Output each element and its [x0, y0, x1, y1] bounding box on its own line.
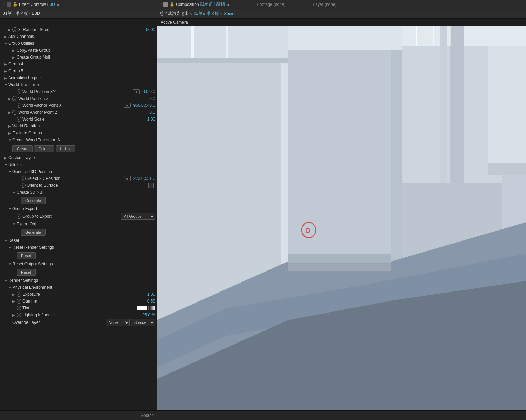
world-anchor-x-item[interactable]: ⏱ World Anchor Point X ⊕ 960.0,540.0	[0, 102, 157, 109]
world-pos-xy-icon: ⊕	[133, 89, 140, 94]
comp-breadcrumb: 总合成渲染输出 < 01单证书竖版 < Shine	[157, 9, 526, 18]
create-button[interactable]: Create	[12, 145, 33, 152]
svg-rect-24	[288, 254, 391, 263]
random-seed-stopwatch[interactable]: ⏱	[12, 27, 17, 32]
svg-rect-22	[450, 26, 464, 183]
exposure-item[interactable]: ⏱ Exposure 1.00	[0, 291, 157, 298]
unlink-button[interactable]: Unlink	[56, 145, 75, 152]
group-to-export-item[interactable]: ⏱ Group to Export All Groups	[0, 212, 157, 221]
world-anchor-z-item[interactable]: ⏱ World Anchor Point Z 0.0	[0, 109, 157, 116]
aux-channels-item[interactable]: Aux Channels	[0, 33, 157, 40]
breadcrumb-3[interactable]: Shine	[224, 11, 235, 16]
random-seed-value[interactable]: 5000	[146, 27, 155, 32]
generate-button-2[interactable]: Generate	[21, 229, 46, 236]
group-export-item[interactable]: Group Export	[0, 205, 157, 212]
world-pos-xy-item[interactable]: ⏱ World Position XY ⊕ 0.0,0.0	[0, 88, 157, 95]
generate-button-1[interactable]: Generate	[21, 197, 46, 204]
generate-3d-pos-item[interactable]: Generate 3D Position	[0, 168, 157, 175]
tint-stopwatch[interactable]: ⏱	[17, 306, 21, 310]
lighting-influence-item[interactable]: ⏱ Lighting Influence 25.0 %	[0, 311, 157, 318]
orient-surface-stopwatch[interactable]: ⏱	[21, 183, 26, 188]
comp-close-icon[interactable]: ✕	[159, 2, 162, 7]
world-scale-item[interactable]: ⏱ World Scale 1.00	[0, 116, 157, 123]
render-settings-label: Render Settings	[8, 278, 155, 283]
tint-white-swatch[interactable]	[137, 306, 147, 310]
group-utilities-item[interactable]: Group Utilities	[0, 40, 157, 47]
gamma-stopwatch[interactable]: ⏱	[17, 299, 21, 304]
world-rotation-item[interactable]: World Rotation	[0, 123, 157, 130]
custom-layers-label: Custom Layers	[8, 155, 155, 160]
override-layer-item[interactable]: Override Layer None Source	[0, 318, 157, 327]
panel-menu-icon[interactable]: ≡	[57, 2, 59, 7]
layer-name-bar: 01单证书竖版 • E3D	[0, 9, 157, 18]
world-anchor-z-value[interactable]: 0.0	[149, 110, 155, 115]
gamma-item[interactable]: ⏱ Gamma 0.58	[0, 298, 157, 305]
create-group-null-item[interactable]: Create Group Null	[0, 54, 157, 61]
world-anchor-x-value[interactable]: 960.0,540.0	[133, 103, 155, 108]
utilities-item[interactable]: Utilities	[0, 161, 157, 168]
gamma-value[interactable]: 0.58	[147, 299, 155, 304]
world-pos-z-item[interactable]: ⏱ World Position Z 0.0	[0, 95, 157, 102]
gamma-arrow	[12, 299, 17, 303]
group-to-export-select[interactable]: All Groups	[121, 213, 155, 220]
reset-button-1[interactable]: Reset	[17, 252, 36, 259]
world-pos-z-value[interactable]: 0.0	[149, 96, 155, 101]
select-2d-pos-stopwatch[interactable]: ⏱	[21, 176, 26, 181]
custom-layers-item[interactable]: Custom Layers	[0, 154, 157, 161]
world-anchor-z-arrow	[8, 111, 12, 114]
export-obj-arrow	[12, 222, 17, 226]
world-anchor-z-stopwatch[interactable]: ⏱	[12, 110, 17, 115]
select-2d-pos-value[interactable]: 273.0,551.0	[133, 176, 155, 181]
world-pos-xy-value[interactable]: 0.0,0.0	[142, 89, 155, 94]
create-3d-null-item[interactable]: Create 3D Null	[0, 189, 157, 196]
exposure-value[interactable]: 1.00	[147, 292, 155, 297]
orient-surface-item[interactable]: ⏱ Orient to Surface	[0, 182, 157, 189]
world-anchor-x-stopwatch[interactable]: ⏱	[17, 103, 21, 108]
animation-engine-item[interactable]: Animation Engine	[0, 74, 157, 81]
effect-controls-title: Effect Controls	[19, 2, 46, 7]
exposure-stopwatch[interactable]: ⏱	[17, 292, 21, 297]
world-pos-xy-stopwatch[interactable]: ⏱	[17, 89, 21, 94]
comp-menu-icon[interactable]: ≡	[227, 2, 229, 7]
physical-env-item[interactable]: Physical Environment	[0, 284, 157, 291]
reset-render-settings-item[interactable]: Reset Render Settings	[0, 244, 157, 251]
svg-rect-7	[157, 58, 288, 63]
random-seed-item[interactable]: ⏱ 3. Random Seed 5000	[0, 26, 157, 33]
orient-surface-checkbox[interactable]	[148, 183, 154, 188]
world-pos-z-stopwatch[interactable]: ⏱	[12, 96, 17, 101]
world-transform-item[interactable]: World Transform	[0, 81, 157, 88]
tint-gradient-swatch[interactable]	[148, 306, 155, 310]
exclude-groups-item[interactable]: Exclude Groups	[0, 130, 157, 136]
breadcrumb-2[interactable]: 01单证书竖版	[193, 11, 219, 17]
world-scale-stopwatch[interactable]: ⏱	[17, 117, 21, 122]
render-settings-item[interactable]: Render Settings	[0, 277, 157, 284]
select-2d-pos-item[interactable]: ⏱ Select 2D Position ⊕ 273.0,551.0	[0, 175, 157, 182]
export-obj-item[interactable]: Export Obj	[0, 221, 157, 227]
reset-item[interactable]: Reset	[0, 237, 157, 244]
tint-swatch[interactable]	[137, 306, 155, 310]
close-icon[interactable]: ✕	[2, 2, 5, 7]
create-world-transform-item[interactable]: Create World Transform N	[0, 136, 157, 143]
effect-controls-tab[interactable]: ✕ 🔒 Effect Controls E3D ≡	[0, 0, 157, 9]
group-to-export-stopwatch[interactable]: ⏱	[17, 214, 21, 219]
delete-button[interactable]: Delete	[34, 145, 54, 152]
world-scale-value[interactable]: 1.00	[147, 117, 155, 122]
svg-rect-21	[226, 26, 228, 58]
breadcrumb-1[interactable]: 总合成渲染输出	[160, 11, 189, 17]
reset-label: Reset	[8, 238, 155, 243]
copy-paste-group-item[interactable]: Copy/Paste Group	[0, 47, 157, 54]
tint-item[interactable]: ⏱ Tint	[0, 305, 157, 311]
reset-button-2[interactable]: Reset	[17, 269, 36, 276]
breadcrumb-nav-2[interactable]: <	[220, 12, 222, 16]
svg-rect-17	[488, 163, 526, 175]
breadcrumb-nav-1[interactable]: <	[190, 12, 192, 16]
override-layer-source-select[interactable]: Source	[131, 319, 155, 326]
lighting-influence-value[interactable]: 25.0 %	[142, 313, 155, 317]
reset-output-settings-item[interactable]: Reset Output Settings	[0, 260, 157, 267]
override-layer-select[interactable]: None	[106, 319, 130, 326]
group5-item[interactable]: Group 5	[0, 68, 157, 74]
group4-item[interactable]: Group 4	[0, 61, 157, 68]
svg-rect-31	[450, 26, 451, 46]
footage-label: Footage (none)	[257, 2, 285, 7]
lighting-influence-stopwatch[interactable]: ⏱	[17, 313, 21, 317]
